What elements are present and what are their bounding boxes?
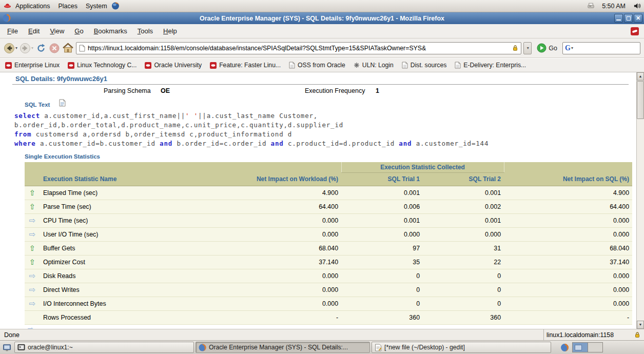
stats-row: ⇧Optimizer Cost37.140352237.140 <box>25 255 632 269</box>
stats-cell-workload: 0.000 <box>183 283 341 297</box>
bookmark-linux-technology[interactable]: Linux Technology C... <box>68 62 136 69</box>
volume-icon[interactable] <box>633 2 641 10</box>
bookmark-oracle-university[interactable]: Oracle University <box>145 62 202 69</box>
close-button[interactable]: ✕ <box>634 14 642 23</box>
stats-cell-trial2: 22 <box>423 255 504 269</box>
sql-line: where a.customer_id=b.customer_id and b.… <box>14 139 489 148</box>
stats-row: ⇨User I/O Time (sec)0.0000.0000.0000.000 <box>25 227 632 241</box>
printer-applet-icon[interactable] <box>587 2 595 10</box>
stats-row: ⇨CPU Time (sec)0.0000.0010.0010.000 <box>25 213 632 227</box>
show-desktop-button[interactable] <box>2 342 13 353</box>
scrollbar-thumb[interactable] <box>637 81 644 119</box>
page-title: SQL Details: 9fy0nwuwc26y1 <box>15 75 107 83</box>
stats-cell-workload: 0.000 <box>183 297 341 310</box>
bookmark-e-delivery[interactable]: E-Delivery: Enterpris... <box>455 62 526 69</box>
forward-dropdown-icon[interactable]: ▾ <box>31 46 33 50</box>
stats-cell-name: I/O Interconnect Bytes <box>40 297 183 310</box>
browser-launcher-icon[interactable] <box>111 2 120 10</box>
url-history-dropdown[interactable]: ▾ <box>523 42 532 54</box>
status-host: linux1.localdomain:1158 <box>547 331 631 339</box>
stats-cell-name: Elapsed Time (sec) <box>40 186 183 200</box>
search-box[interactable]: G ▾ <box>562 42 640 54</box>
bookmark-dist-sources[interactable]: Dist. sources <box>402 62 446 69</box>
bookmark-enterprise-linux[interactable]: Enterprise Linux <box>5 62 60 69</box>
header-icon-column <box>25 172 40 186</box>
menu-help[interactable]: Help <box>158 25 182 37</box>
search-input[interactable] <box>573 45 638 52</box>
stats-cell-trial1: 35 <box>341 255 423 269</box>
clock[interactable]: 5:50 AM <box>600 3 628 10</box>
stats-cell-trial2: 0 <box>423 269 504 283</box>
column-header-net-impact-sql[interactable]: Net Impact on SQL (%) <box>504 172 632 186</box>
go-icon <box>537 43 547 53</box>
menu-edit[interactable]: Edit <box>23 25 45 37</box>
sql-text-icon[interactable] <box>59 99 66 109</box>
clipped-next-row-icon: ⇨ <box>28 325 34 329</box>
throbber-icon[interactable] <box>631 27 639 35</box>
vertical-scrollbar[interactable]: ▲ ▼ <box>636 72 644 329</box>
url-bar[interactable] <box>76 42 521 54</box>
reload-button[interactable] <box>35 41 47 55</box>
home-button[interactable] <box>62 41 74 55</box>
url-input[interactable] <box>86 45 511 52</box>
stats-cell-name: Parse Time (sec) <box>40 200 183 213</box>
taskbar-window-gedit[interactable]: [*new file (~/Desktop) - gedit] <box>372 342 551 353</box>
firefox-applet-icon[interactable] <box>558 342 571 353</box>
menu-go[interactable]: Go <box>69 25 88 37</box>
taskbar-window-firefox[interactable]: Oracle Enterprise Manager (SYS) - SQL De… <box>196 342 370 353</box>
parsing-schema-value: OE <box>161 87 170 94</box>
window-titlebar[interactable]: Oracle Enterprise Manager (SYS) - SQL De… <box>0 12 644 24</box>
menu-tools[interactable]: Tools <box>132 25 158 37</box>
menu-view[interactable]: View <box>45 25 69 37</box>
row-status-icon-cell: ⇨ <box>25 213 40 227</box>
scroll-down-button[interactable]: ▼ <box>637 321 644 329</box>
status-text: Done <box>4 331 19 339</box>
places-menu[interactable]: Places <box>54 0 82 12</box>
bookmark-feature-faster-linux[interactable]: Feature: Faster Linu... <box>210 62 281 69</box>
task-label: [*new file (~/Desktop) - gedit] <box>384 344 465 351</box>
workspace-1[interactable] <box>573 343 588 352</box>
column-header-statistic-name[interactable]: Execution Statistic Name <box>40 172 183 186</box>
row-status-icon-cell: ⇨ <box>25 283 40 297</box>
workspace-2[interactable] <box>588 343 602 352</box>
stats-cell-name: CPU Time (sec) <box>40 213 183 227</box>
google-logo-icon: G <box>565 44 571 52</box>
applications-menu[interactable]: Applications <box>11 0 54 12</box>
stats-cell-trial1: 0 <box>341 297 423 310</box>
stats-row: ⇨I/O Interconnect Bytes0.000000.000 <box>25 297 632 310</box>
minimize-button[interactable] <box>614 14 623 23</box>
taskbar-window-terminal[interactable]: oracle@linux1:~ <box>14 342 194 353</box>
stats-cell-trial1: 0.006 <box>341 200 423 213</box>
back-dropdown-icon[interactable]: ▾ <box>15 46 17 50</box>
document-icon <box>289 62 295 69</box>
stats-cell-workload: 0.000 <box>183 269 341 283</box>
workspace-switcher[interactable] <box>572 342 603 352</box>
column-header-net-impact-workload[interactable]: Net Impact on Workload (%) <box>183 172 341 186</box>
menu-file[interactable]: File <box>2 25 23 37</box>
stats-cell-sql: 0.000 <box>504 269 632 283</box>
menu-bookmarks[interactable]: Bookmarks <box>89 25 132 37</box>
stats-cell-sql: 37.140 <box>504 255 632 269</box>
stats-cell-sql: 64.400 <box>504 200 632 213</box>
firefox-icon <box>199 344 206 351</box>
maximize-button[interactable] <box>624 14 633 23</box>
bookmark-oss-from-oracle[interactable]: OSS from Oracle <box>289 62 345 69</box>
stats-cell-sql: 4.900 <box>504 186 632 200</box>
bookmark-uln-login[interactable]: ULN: Login <box>354 62 394 69</box>
stats-cell-workload: 68.040 <box>183 241 341 255</box>
back-icon <box>4 43 15 54</box>
forward-button[interactable]: ▾ <box>19 41 33 55</box>
unchanged-arrow-icon: ⇨ <box>29 285 36 294</box>
system-menu[interactable]: System <box>82 0 111 12</box>
unchanged-arrow-icon: ⇨ <box>29 216 36 225</box>
column-header-sql-trial-1[interactable]: SQL Trial 1 <box>341 172 423 186</box>
back-button[interactable]: ▾ <box>4 41 17 55</box>
security-status: linux1.localdomain:1158 <box>543 329 644 340</box>
column-header-sql-trial-2[interactable]: SQL Trial 2 <box>423 172 504 186</box>
go-button[interactable]: Go <box>534 41 560 55</box>
sql-line: select a.customer_id,a.cust_first_name||… <box>14 111 489 121</box>
stats-cell-trial2: 0.001 <box>423 186 504 200</box>
go-label: Go <box>549 45 557 52</box>
scroll-up-button[interactable]: ▲ <box>637 72 644 81</box>
stop-button[interactable] <box>49 41 60 55</box>
